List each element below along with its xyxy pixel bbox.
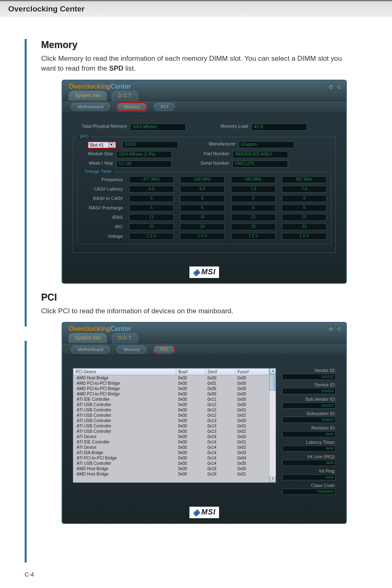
subtab-pci[interactable]: PCI: [154, 103, 175, 111]
timing-value: 530 MHz: [180, 176, 225, 183]
timing-label: tRC: [82, 224, 123, 229]
decorative-bar: [25, 39, 27, 326]
table-cell: 0x00: [176, 418, 205, 423]
module-size-label: Module Size: [77, 151, 116, 158]
timings-fieldset: Timings Table Frequency477 MHz530 MHz583…: [77, 172, 331, 244]
table-row[interactable]: ATI PCI-to-PCI Bridge0x000x140x04: [74, 455, 269, 461]
close-button[interactable]: ×: [336, 84, 343, 90]
table-row[interactable]: AMD Host Bridge0x000x180x00: [74, 466, 269, 471]
main-tabs: System Info D.O.T.: [69, 91, 138, 101]
table-row[interactable]: ATI IDE Controller0x000x110x00: [74, 397, 269, 402]
table-row[interactable]: ATI USB Controller0x000x140x05: [74, 461, 269, 466]
pci-detail-value: 0x060000: [282, 489, 336, 495]
table-cell: 0x18: [205, 471, 235, 477]
subtab-memory[interactable]: Memory: [116, 345, 147, 354]
msi-logo: ◈MSI: [62, 503, 346, 523]
timings-table: Frequency477 MHz530 MHz583 MHz667 MHzCAS…: [82, 176, 327, 240]
scrollbar[interactable]: ▴ ▾: [269, 368, 276, 482]
table-cell: 0x00: [235, 418, 269, 423]
table-header[interactable]: Dev#: [205, 369, 235, 375]
timing-value: 583 MHz: [231, 176, 276, 183]
close-button[interactable]: ×: [336, 326, 343, 333]
table-cell: AMD PCI-to-PCI Bridge: [74, 386, 176, 391]
table-cell: AMD Host Bridge: [74, 466, 176, 471]
table-row[interactable]: AMD PCI-to-PCI Bridge0x000x010x00: [74, 381, 269, 386]
table-header[interactable]: PCI Device: [74, 369, 176, 375]
part-number-label: Part Number: [196, 151, 233, 158]
scroll-up-icon[interactable]: ▴: [270, 368, 276, 374]
table-row[interactable]: ATI IDE Controller0x000x140x01: [74, 439, 269, 445]
table-row[interactable]: ATI Device0x000x140x00: [74, 434, 269, 439]
table-cell: 0x14: [205, 455, 235, 461]
timing-value: 5.0: [129, 186, 174, 193]
minimize-button[interactable]: –: [328, 84, 334, 90]
table-cell: AMD Host Bridge: [74, 375, 176, 381]
table-cell: 0x00: [235, 466, 269, 471]
table-row[interactable]: ATI Device0x000x140x02: [74, 445, 269, 450]
week-year-value: 11 / 08: [116, 161, 172, 168]
section-title: Overclocking Center: [0, 5, 392, 14]
table-cell: 0x02: [235, 413, 269, 418]
timing-value: 25: [282, 214, 327, 221]
table-row[interactable]: AMD Host Bridge0x000x180x01: [74, 471, 269, 477]
minimize-button[interactable]: –: [328, 326, 334, 333]
table-row[interactable]: ATI USB Controller0x000x120x01: [74, 407, 269, 413]
subtab-pci[interactable]: PCI: [153, 345, 175, 354]
scroll-thumb[interactable]: [270, 374, 276, 391]
tab-system-info[interactable]: System Info: [69, 333, 107, 343]
pci-detail-label: Latency Timer:: [282, 440, 336, 445]
table-cell: 0x00: [176, 397, 205, 402]
table-cell: 0x18: [205, 466, 235, 471]
table-cell: ATI Device: [74, 434, 176, 439]
subtab-motherboard[interactable]: Motherboard: [71, 345, 110, 354]
timing-value: 9: [282, 204, 327, 211]
table-row[interactable]: AMD PCI-to-PCI Bridge0x000x060x00: [74, 391, 269, 397]
timing-value: 24: [180, 223, 225, 230]
table-cell: 0x00: [176, 434, 205, 439]
table-header[interactable]: Bus#: [176, 369, 205, 375]
table-cell: 0x13: [205, 418, 235, 423]
table-cell: 0x01: [235, 423, 269, 429]
tab-dot[interactable]: D.O.T.: [112, 333, 138, 343]
table-row[interactable]: ATI USB Controller0x000x130x00: [74, 418, 269, 423]
table-row[interactable]: ATI USB Controller0x000x130x02: [74, 429, 269, 434]
sub-tabs: Motherboard Memory PCI: [62, 101, 346, 113]
table-row[interactable]: ATI USB Controller0x000x120x02: [74, 413, 269, 418]
pci-detail-label: Subsystem ID:: [282, 411, 336, 416]
table-row[interactable]: ATI USB Controller0x000x130x01: [74, 423, 269, 429]
timing-label: Frequency: [82, 177, 123, 182]
slot-dropdown[interactable]: Slot #1 ▼: [88, 141, 116, 149]
pci-detail-label: Int Ping:: [282, 469, 336, 473]
subtab-memory[interactable]: Memory: [116, 102, 148, 111]
pci-device-table[interactable]: PCI DeviceBus#Dev#Func#AMD Host Bridge0x…: [73, 368, 269, 477]
table-cell: 0x12: [205, 407, 235, 413]
table-cell: 0x13: [205, 423, 235, 429]
table-row[interactable]: AMD PCI-to-PCI Bridge0x000x050x00: [74, 386, 269, 391]
logo-center: Center: [110, 83, 131, 90]
pci-detail-value: 0x9600: [282, 417, 336, 423]
table-cell: ATI IDE Controller: [74, 439, 176, 445]
table-cell: 0x00: [176, 413, 205, 418]
table-cell: 0x00: [235, 402, 269, 407]
table-row[interactable]: ATI ISA Bridge0x000x140x03: [74, 450, 269, 455]
table-cell: 0x00: [235, 434, 269, 439]
scroll-down-icon[interactable]: ▾: [270, 476, 276, 482]
title-bar: OverclockingCenter – × System Info D.O.T…: [62, 80, 346, 101]
serial-number-label: Serial Number: [196, 161, 233, 168]
subtab-motherboard[interactable]: Motherboard: [71, 103, 110, 111]
table-cell: 0x02: [235, 429, 269, 434]
table-row[interactable]: ATI USB Controller0x000x120x00: [74, 402, 269, 407]
timing-value: 7.0: [282, 186, 327, 193]
slot-selected: Slot #1: [90, 142, 104, 147]
sub-tabs: Motherboard Memory PCI: [62, 343, 346, 356]
main-tabs: System Info D.O.T.: [69, 333, 138, 343]
table-cell: 0x04: [235, 455, 269, 461]
table-cell: 0x01: [235, 407, 269, 413]
tab-dot[interactable]: D.O.T.: [112, 91, 138, 101]
tab-system-info[interactable]: System Info: [69, 91, 107, 101]
table-cell: 0x00: [235, 386, 269, 391]
table-row[interactable]: AMD Host Bridge0x000x000x00: [74, 375, 269, 381]
table-header[interactable]: Func#: [235, 369, 269, 375]
memory-description: Click Memory to read the information of …: [41, 54, 355, 74]
logo-overclocking: Overclocking: [69, 325, 110, 332]
